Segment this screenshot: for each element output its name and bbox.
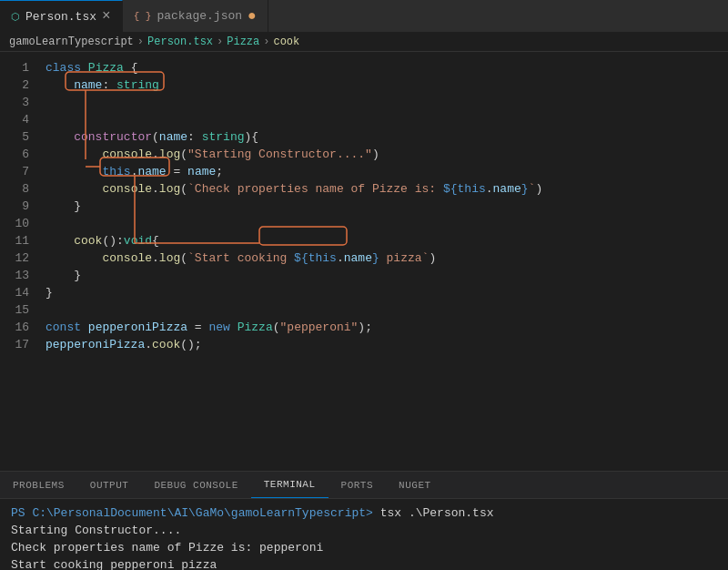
- tab-label-person: Person.tsx: [25, 10, 96, 24]
- close-tab-icon[interactable]: ×: [102, 8, 111, 25]
- crumb-method[interactable]: cook: [273, 36, 299, 48]
- code-line-4: [46, 111, 728, 128]
- tab-label-package: package.json: [157, 9, 242, 23]
- panel-tab-bar: PROBLEMS OUTPUT DEBUG CONSOLE TERMINAL P…: [0, 472, 728, 499]
- code-line-3: [46, 94, 728, 111]
- code-line-2: name: string: [46, 76, 728, 94]
- tab-bar: ⬡ Person.tsx × { } package.json ●: [0, 0, 728, 32]
- code-line-9: }: [46, 198, 728, 215]
- code-line-7: this.name = name;: [46, 163, 728, 180]
- terminal-line-2: Starting Constructor....: [11, 522, 717, 539]
- modified-indicator: ●: [248, 8, 257, 25]
- breadcrumb: gamoLearnTypescript › Person.tsx › Pizza…: [0, 32, 728, 52]
- code-editor[interactable]: class Pizza { name: string constructor(n…: [38, 52, 728, 471]
- editor: 1 2 3 4 5 6 7 8 9 10 11 12 13 14 15 16 1…: [0, 52, 728, 471]
- panel-tab-problems[interactable]: PROBLEMS: [0, 472, 77, 498]
- terminal-line-3: Check properties name of Pizze is: peppe…: [11, 539, 717, 556]
- code-line-14: }: [46, 284, 728, 301]
- panel-tab-nuget[interactable]: NUGET: [386, 472, 444, 498]
- panel-tab-debug-console[interactable]: DEBUG CONSOLE: [141, 472, 250, 498]
- code-line-8: console.log(`Check properties name of Pi…: [46, 180, 728, 198]
- code-line-13: }: [46, 267, 728, 284]
- tsx-icon: ⬡: [11, 11, 20, 23]
- code-line-16: const pepperoniPizza = new Pizza("pepper…: [46, 319, 728, 336]
- tab-package-json[interactable]: { } package.json ●: [123, 0, 268, 32]
- code-line-15: [46, 301, 728, 319]
- line-numbers: 1 2 3 4 5 6 7 8 9 10 11 12 13 14 15 16 1…: [0, 52, 38, 471]
- code-line-17: pepperoniPizza.cook();: [46, 336, 728, 353]
- terminal-line-1: PS C:\PersonalDocument\AI\GaMo\gamoLearn…: [11, 504, 717, 522]
- json-icon: { }: [134, 11, 152, 22]
- panel-tab-terminal[interactable]: TERMINAL: [251, 472, 329, 498]
- tab-person-tsx[interactable]: ⬡ Person.tsx ×: [0, 0, 123, 32]
- panel-tab-output[interactable]: OUTPUT: [77, 472, 142, 498]
- terminal-line-4: Start cooking pepperoni pizza: [11, 556, 717, 570]
- code-line-1: class Pizza {: [46, 59, 728, 76]
- crumb-root[interactable]: gamoLearnTypescript: [9, 36, 134, 48]
- code-line-11: cook():void{: [46, 232, 728, 249]
- code-line-12: console.log(`Start cooking ${this.name} …: [46, 249, 728, 267]
- panel: PROBLEMS OUTPUT DEBUG CONSOLE TERMINAL P…: [0, 471, 728, 570]
- crumb-class[interactable]: Pizza: [227, 36, 259, 48]
- crumb-file[interactable]: Person.tsx: [147, 36, 213, 48]
- code-line-10: [46, 215, 728, 232]
- code-line-5: constructor(name: string){: [46, 128, 728, 146]
- terminal-content[interactable]: PS C:\PersonalDocument\AI\GaMo\gamoLearn…: [0, 499, 728, 570]
- panel-tab-ports[interactable]: PORTS: [329, 472, 387, 498]
- code-line-6: console.log("Starting Constructor...."): [46, 146, 728, 163]
